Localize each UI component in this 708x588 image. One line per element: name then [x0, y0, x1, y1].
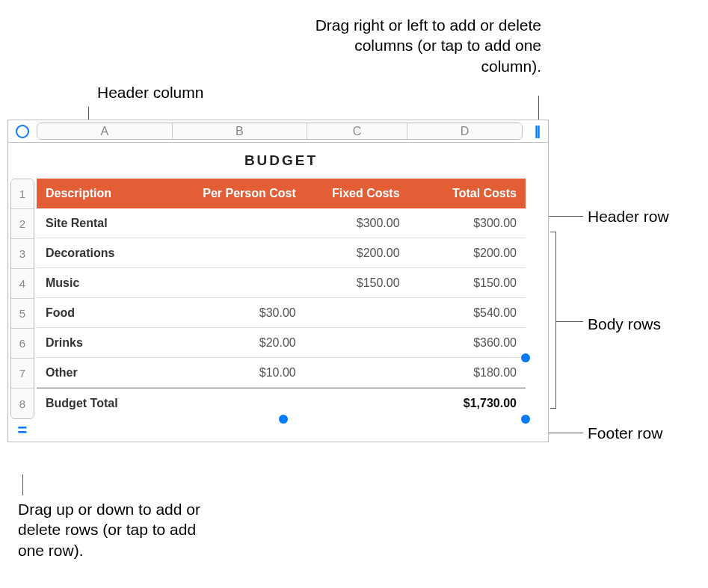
column-header-d[interactable]: D — [407, 123, 522, 139]
table-footer-row[interactable]: Budget Total $1,730.00 — [37, 388, 526, 418]
circle-icon — [16, 125, 29, 138]
cell-per-person[interactable]: $10.00 — [170, 366, 304, 380]
annotation-header-column: Header column — [97, 82, 203, 102]
row-headers-column: 1 2 3 4 5 6 7 8 — [8, 143, 37, 419]
add-column-handle[interactable]: || — [526, 120, 548, 142]
selection-handle-dot[interactable] — [521, 415, 530, 424]
callout-line — [556, 321, 583, 322]
row-handle-icon: = — [18, 421, 28, 440]
table-grid: BUDGET Description Per Person Cost Fixed… — [37, 143, 548, 419]
table-body: 1 2 3 4 5 6 7 8 BUDGET Description Per P… — [8, 143, 548, 419]
selection-handle-dot[interactable] — [521, 353, 530, 362]
table-header-row[interactable]: Description Per Person Cost Fixed Costs … — [37, 179, 526, 208]
annotation-col-handle: Drag right or left to add or delete colu… — [302, 15, 541, 76]
select-all-handle[interactable] — [8, 120, 37, 142]
callout-line — [538, 96, 539, 120]
column-header-bar: A B C D || — [8, 120, 548, 143]
column-handle-icon: || — [535, 123, 539, 139]
bracket-body-rows — [550, 232, 556, 409]
annotation-row-handle: Drag up or down to add or delete rows (o… — [18, 499, 212, 560]
cell-per-person[interactable]: $20.00 — [170, 336, 304, 350]
cell-total[interactable]: $180.00 — [409, 366, 526, 380]
header-cell-fixed[interactable]: Fixed Costs — [305, 187, 409, 200]
table-row[interactable]: Drinks $20.00 $360.00 — [37, 328, 526, 358]
row-header-7[interactable]: 7 — [11, 359, 34, 389]
row-header-6[interactable]: 6 — [11, 329, 34, 359]
cell-description[interactable]: Other — [37, 366, 170, 380]
cell-total[interactable]: $300.00 — [409, 217, 526, 230]
annotation-header-row: Header row — [588, 206, 669, 226]
header-cell-description[interactable]: Description — [37, 187, 170, 200]
cell-description[interactable]: Food — [37, 306, 170, 320]
cell-total[interactable]: $200.00 — [409, 247, 526, 260]
spreadsheet-table: A B C D || 1 2 3 4 5 6 7 8 B — [7, 120, 549, 442]
row-header-5[interactable]: 5 — [11, 299, 34, 329]
annotation-footer-row: Footer row — [588, 423, 662, 443]
annotation-body-rows: Body rows — [588, 314, 661, 334]
row-header-8[interactable]: 8 — [11, 389, 34, 418]
table-row[interactable]: Decorations $200.00 $200.00 — [37, 238, 526, 268]
row-header-3[interactable]: 3 — [11, 239, 34, 269]
table-row[interactable]: Other $10.00 $180.00 — [37, 358, 526, 388]
cell-fixed[interactable]: $150.00 — [305, 276, 409, 290]
column-headers: A B C D — [37, 123, 523, 140]
column-header-a[interactable]: A — [37, 123, 173, 139]
cell-total[interactable]: $150.00 — [409, 276, 526, 290]
add-row-handle[interactable]: = — [8, 419, 37, 442]
table-row[interactable]: Food $30.00 $540.00 — [37, 298, 526, 328]
callout-line — [22, 474, 23, 495]
cell-description[interactable]: Music — [37, 276, 170, 290]
header-cell-total[interactable]: Total Costs — [409, 187, 526, 200]
cell-description[interactable]: Site Rental — [37, 217, 170, 230]
cell-description[interactable]: Decorations — [37, 247, 170, 260]
column-header-b[interactable]: B — [173, 123, 308, 139]
cell-per-person[interactable]: $30.00 — [170, 306, 304, 320]
table-row[interactable]: Site Rental $300.00 $300.00 — [37, 208, 526, 238]
table-row[interactable]: Music $150.00 $150.00 — [37, 268, 526, 298]
selection-handle-dot[interactable] — [279, 415, 288, 424]
cell-total[interactable]: $540.00 — [409, 306, 526, 320]
row-header-1[interactable]: 1 — [11, 179, 34, 209]
footer-cell-description[interactable]: Budget Total — [37, 397, 170, 410]
row-header-4[interactable]: 4 — [11, 269, 34, 299]
cell-total[interactable]: $360.00 — [409, 336, 526, 350]
column-header-c[interactable]: C — [307, 123, 407, 139]
bottom-bar: = — [8, 419, 548, 442]
table-title[interactable]: BUDGET — [37, 143, 526, 179]
cell-fixed[interactable]: $300.00 — [305, 217, 409, 230]
row-header-2[interactable]: 2 — [11, 209, 34, 239]
cell-description[interactable]: Drinks — [37, 336, 170, 350]
row-headers: 1 2 3 4 5 6 7 8 — [10, 179, 34, 419]
footer-cell-total[interactable]: $1,730.00 — [409, 397, 526, 410]
row-header-spacer — [8, 143, 37, 179]
header-cell-per-person[interactable]: Per Person Cost — [170, 187, 304, 200]
cell-fixed[interactable]: $200.00 — [305, 247, 409, 260]
